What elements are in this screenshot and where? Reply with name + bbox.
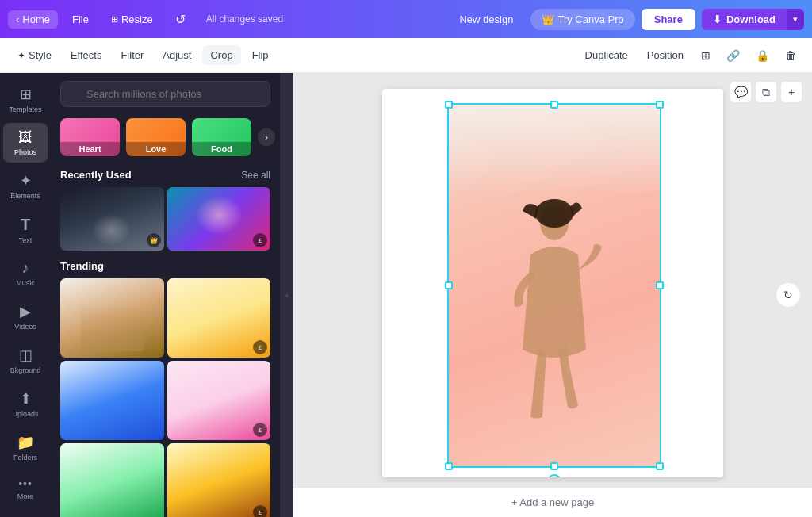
flip-label: Flip — [252, 49, 269, 61]
home-button[interactable]: ‹ Home — [8, 10, 58, 29]
new-design-button[interactable]: New design — [448, 9, 524, 30]
grid-icon-button[interactable]: ⊞ — [695, 45, 717, 66]
premium-badge-t6: £ — [253, 505, 267, 517]
effects-button[interactable]: Effects — [63, 45, 110, 65]
lock-button[interactable]: 🔒 — [749, 45, 776, 66]
sidebar-item-label-folders: Folders — [13, 454, 37, 461]
style-label: Style — [29, 49, 52, 61]
trending-photo-6[interactable]: £ — [167, 443, 271, 517]
crop-label: Crop — [210, 49, 232, 61]
filter-label: Filter — [121, 49, 144, 61]
premium-badge-t2: £ — [253, 340, 267, 354]
text-icon: T — [21, 216, 30, 234]
recently-used-photo-2[interactable]: £ — [167, 187, 271, 251]
toolbar-right-actions: Duplicate Position ⊞ 🔗 🔒 🗑 — [577, 45, 802, 66]
trending-photo-4[interactable]: £ — [167, 361, 271, 440]
sidebar-item-text[interactable]: T Text — [3, 209, 48, 251]
selection-handle-ml[interactable] — [445, 281, 453, 289]
sidebar-item-music[interactable]: ♪ Music — [3, 254, 48, 293]
selection-handle-mr[interactable] — [656, 281, 664, 289]
sidebar-item-elements[interactable]: ✦ Elements — [3, 166, 48, 206]
recently-used-photo-1[interactable]: 👑 — [60, 187, 164, 251]
filter-button[interactable]: Filter — [113, 45, 151, 65]
rotation-handle[interactable]: ↻ — [547, 474, 561, 477]
selection-handle-br[interactable] — [656, 462, 664, 470]
sidebar-item-photos[interactable]: 🖼 Photos — [3, 123, 48, 163]
position-label: Position — [647, 49, 684, 61]
trending-title: Trending — [60, 260, 104, 272]
undo-button[interactable]: ↺ — [167, 9, 193, 30]
saved-status: All changes saved — [206, 13, 283, 25]
photos-icon: 🖼 — [18, 129, 33, 146]
category-chip-love[interactable]: Love — [126, 118, 186, 156]
sidebar-item-more[interactable]: ••• More — [3, 471, 48, 507]
download-button[interactable]: ⬇ Download — [702, 9, 787, 30]
search-input[interactable] — [60, 81, 270, 107]
trash-icon: 🗑 — [785, 49, 796, 62]
sidebar-item-templates[interactable]: ⊞ Templates — [3, 79, 48, 120]
sidebar-item-label-uploads: Uploads — [12, 410, 38, 418]
selection-handle-bc[interactable] — [550, 462, 558, 470]
canvas-comment-button[interactable]: 💬 — [730, 81, 752, 103]
panel-collapse-handle[interactable]: ‹ — [281, 73, 293, 517]
selection-handle-tl[interactable] — [445, 101, 453, 109]
add-new-page-bar[interactable]: + Add a new page — [293, 487, 812, 517]
trending-photo-2[interactable]: £ — [167, 278, 271, 358]
chevron-left-icon: ‹ — [16, 13, 19, 25]
new-design-label: New design — [459, 13, 513, 25]
canvas-add-button[interactable]: + — [780, 81, 802, 103]
category-chip-heart[interactable]: Heart — [60, 118, 120, 156]
file-button[interactable]: File — [64, 10, 97, 29]
duplicate-button[interactable]: Duplicate — [577, 45, 636, 65]
canvas-copy-button[interactable]: ⧉ — [755, 81, 777, 103]
sidebar-item-label-photos: Photos — [14, 148, 36, 156]
category-next-button[interactable]: › — [258, 128, 275, 146]
try-pro-label: Try Canva Pro — [557, 13, 623, 25]
file-label: File — [72, 13, 89, 25]
woman-figure — [503, 191, 606, 445]
premium-badge-t4: £ — [253, 423, 267, 437]
flip-button[interactable]: Flip — [244, 45, 277, 65]
adjust-button[interactable]: Adjust — [155, 45, 199, 65]
category-chip-love-label: Love — [126, 142, 186, 156]
crop-button[interactable]: Crop — [202, 45, 240, 65]
download-options-button[interactable]: ▾ — [787, 9, 804, 30]
sidebar-item-uploads[interactable]: ⬆ Uploads — [3, 384, 48, 424]
selection-handle-tc[interactable] — [550, 101, 558, 109]
grid-icon: ⊞ — [701, 49, 710, 62]
sidebar-item-videos[interactable]: ▶ Videos — [3, 297, 48, 337]
top-navigation: ‹ Home File ⊞ Resize ↺ All changes saved… — [0, 0, 812, 38]
videos-icon: ▶ — [20, 303, 31, 320]
canvas-area: 💬 ⧉ + ↻ — [293, 73, 812, 517]
trending-photo-5[interactable] — [60, 443, 164, 517]
category-chip-food[interactable]: Food — [192, 118, 251, 156]
add-icon: + — [788, 86, 795, 98]
see-all-button[interactable]: See all — [241, 170, 270, 181]
delete-button[interactable]: 🗑 — [779, 45, 802, 66]
sidebar-item-folders[interactable]: 📁 Folders — [3, 427, 48, 468]
sidebar-item-background[interactable]: ◫ Bkground — [3, 340, 48, 381]
resize-button[interactable]: ⊞ Resize — [103, 10, 161, 29]
trending-photo-1[interactable] — [60, 278, 164, 358]
image-toolbar: ✦ Style Effects Filter Adjust Crop Flip … — [0, 38, 812, 73]
music-icon: ♪ — [22, 260, 29, 277]
link-icon: 🔗 — [726, 49, 740, 62]
canvas-refresh-button[interactable]: ↻ — [776, 282, 801, 308]
elements-icon: ✦ — [20, 172, 32, 190]
try-canva-pro-button[interactable]: 👑 Try Canva Pro — [530, 9, 634, 30]
selected-image[interactable]: ↻ — [447, 103, 661, 468]
crown-icon: 👑 — [542, 13, 554, 25]
category-chip-food-label: Food — [192, 142, 251, 156]
trending-photo-3[interactable] — [60, 361, 164, 440]
selection-handle-tr[interactable] — [656, 101, 664, 109]
share-button[interactable]: Share — [642, 9, 695, 30]
collapse-icon: ‹ — [285, 291, 288, 300]
canvas-scroll-area[interactable]: ↻ — [293, 73, 812, 487]
style-button[interactable]: ✦ Style — [10, 45, 59, 65]
link-button[interactable]: 🔗 — [720, 45, 746, 66]
sidebar-item-label-background: Bkground — [10, 366, 41, 374]
svg-point-1 — [535, 199, 573, 228]
position-button[interactable]: Position — [639, 45, 691, 65]
selection-handle-bl[interactable] — [445, 462, 453, 470]
duplicate-label: Duplicate — [585, 49, 628, 61]
